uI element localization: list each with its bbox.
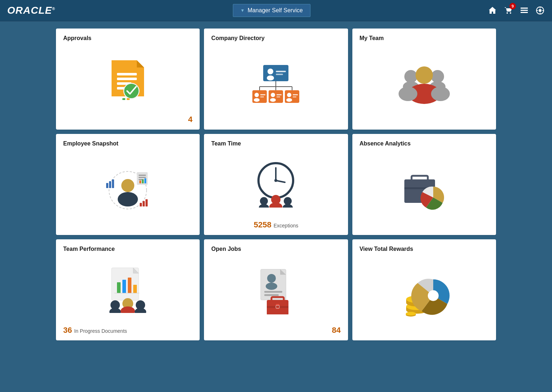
- approvals-count: 4: [188, 115, 192, 124]
- tile-my-team-title: My Team: [360, 35, 489, 42]
- svg-point-43: [286, 98, 292, 102]
- svg-point-46: [404, 70, 417, 83]
- svg-rect-25: [276, 74, 283, 75]
- svg-point-53: [431, 87, 450, 101]
- svg-rect-24: [276, 71, 286, 72]
- svg-rect-57: [112, 179, 114, 188]
- tile-company-directory-icon-area: [211, 45, 340, 124]
- svg-rect-19: [122, 98, 125, 100]
- header-icon-group: 9: [488, 6, 545, 15]
- tile-team-time-icon-area: [211, 151, 340, 217]
- oracle-logo: ORACLE®: [7, 5, 55, 16]
- cart-badge: 9: [509, 3, 516, 9]
- absence-analytics-icon: [399, 169, 449, 212]
- svg-rect-55: [106, 183, 108, 188]
- tile-my-team-icon-area: [360, 45, 489, 124]
- nav-center: ▼ Manager Self Service: [233, 4, 310, 17]
- tile-open-jobs[interactable]: Open Jobs: [204, 239, 348, 340]
- home-icon[interactable]: [488, 6, 497, 15]
- tile-absence-analytics-icon-area: [360, 151, 489, 230]
- tile-absence-analytics-title: Absence Analytics: [360, 140, 489, 147]
- open-jobs-icon: [251, 267, 301, 314]
- svg-point-118: [428, 290, 439, 301]
- app-header: ORACLE® ▼ Manager Self Service 9: [0, 0, 552, 21]
- company-directory-icon: [251, 61, 301, 108]
- svg-point-116: [406, 312, 416, 315]
- svg-rect-35: [260, 96, 264, 97]
- tile-team-time-footer: 5258 Exceptions: [211, 220, 340, 230]
- approvals-icon: [104, 57, 151, 104]
- svg-point-69: [118, 192, 138, 206]
- svg-rect-63: [142, 179, 144, 183]
- compass-icon[interactable]: [535, 6, 545, 15]
- svg-point-100: [267, 274, 276, 283]
- svg-rect-65: [140, 203, 142, 206]
- team-time-label: Exceptions: [274, 223, 298, 228]
- tile-company-directory-title: Company Directory: [211, 35, 340, 42]
- svg-rect-14: [117, 78, 137, 80]
- svg-point-32: [255, 93, 259, 97]
- svg-rect-89: [128, 278, 131, 293]
- tile-approvals[interactable]: Approvals: [56, 29, 200, 130]
- svg-rect-87: [117, 282, 121, 293]
- svg-point-22: [268, 69, 273, 74]
- open-jobs-count: 84: [332, 326, 340, 335]
- svg-marker-12: [137, 60, 144, 67]
- svg-rect-40: [277, 96, 280, 97]
- svg-rect-13: [117, 73, 137, 75]
- cart-icon[interactable]: 9: [504, 6, 513, 15]
- svg-point-38: [270, 98, 276, 102]
- svg-rect-88: [122, 280, 126, 293]
- tile-approvals-title: Approvals: [63, 35, 192, 42]
- trademark-symbol: ®: [52, 6, 55, 11]
- svg-point-52: [399, 87, 417, 101]
- team-performance-label: In Progress Documents: [74, 328, 127, 334]
- team-performance-count: 36: [63, 326, 72, 335]
- svg-point-97: [135, 308, 146, 313]
- svg-point-78: [284, 197, 292, 205]
- tile-company-directory[interactable]: Company Directory: [204, 29, 348, 130]
- employee-snapshot-icon: [101, 167, 155, 214]
- my-team-icon: [397, 61, 451, 108]
- svg-point-42: [287, 93, 291, 97]
- svg-rect-103: [264, 294, 279, 296]
- svg-rect-39: [277, 94, 282, 95]
- tile-open-jobs-title: Open Jobs: [211, 246, 340, 252]
- tile-employee-snapshot-icon-area: [63, 151, 192, 230]
- tile-team-performance-icon-area: [63, 256, 192, 323]
- tile-team-time-title: Team Time: [211, 140, 340, 147]
- tile-view-total-rewards-title: View Total Rewards: [360, 246, 489, 252]
- svg-point-50: [416, 66, 433, 84]
- tile-absence-analytics[interactable]: Absence Analytics: [352, 134, 496, 235]
- tile-my-team[interactable]: My Team: [352, 29, 496, 130]
- team-time-icon: [249, 161, 303, 208]
- svg-line-73: [276, 180, 285, 182]
- menu-icon[interactable]: [520, 6, 529, 15]
- svg-point-77: [269, 202, 282, 208]
- svg-rect-3: [521, 10, 528, 11]
- tile-team-time[interactable]: Team Time: [204, 134, 348, 235]
- svg-rect-90: [133, 285, 137, 293]
- svg-rect-34: [260, 94, 265, 95]
- tiles-grid: Approvals: [56, 29, 496, 340]
- svg-rect-60: [139, 177, 146, 178]
- svg-point-1: [510, 12, 511, 14]
- svg-point-23: [267, 75, 274, 80]
- tile-team-performance[interactable]: Team Performance: [56, 239, 200, 340]
- svg-point-37: [271, 93, 275, 97]
- team-time-count: 5258: [254, 220, 271, 230]
- svg-rect-56: [109, 181, 111, 188]
- tile-view-total-rewards-icon-area: [360, 256, 489, 335]
- team-performance-icon: [101, 266, 155, 313]
- tile-employee-snapshot[interactable]: Employee Snapshot: [56, 134, 200, 235]
- tile-team-performance-footer: 36 In Progress Documents: [63, 326, 192, 335]
- svg-point-0: [507, 12, 508, 14]
- svg-rect-62: [139, 180, 141, 183]
- module-nav-dropdown[interactable]: ▼ Manager Self Service: [233, 4, 310, 17]
- tile-view-total-rewards[interactable]: View Total Rewards: [352, 239, 496, 340]
- svg-rect-20: [127, 98, 130, 100]
- svg-point-68: [121, 179, 134, 192]
- svg-rect-66: [143, 201, 145, 206]
- svg-rect-108: [276, 305, 279, 308]
- tile-employee-snapshot-title: Employee Snapshot: [63, 140, 192, 147]
